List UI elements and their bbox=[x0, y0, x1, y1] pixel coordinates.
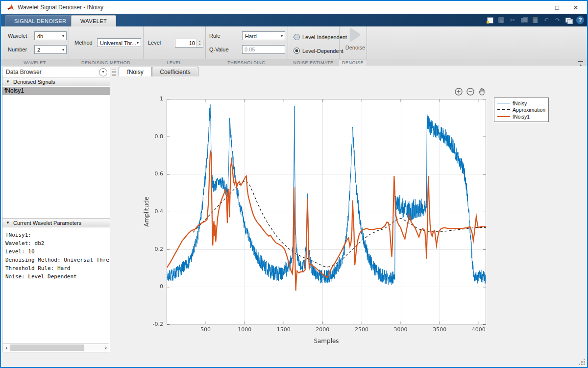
window-title: Wavelet Signal Denoiser - fNoisy bbox=[18, 4, 103, 11]
level-spinner[interactable]: ▲▼ bbox=[175, 38, 203, 47]
group-separator bbox=[205, 26, 206, 59]
rule-dropdown[interactable]: Hard▾ bbox=[242, 31, 285, 40]
section-denoising-method: DENOISING METHOD bbox=[69, 60, 143, 66]
signal-list-item-fnoisy1[interactable]: fNoisy1 bbox=[2, 87, 110, 95]
legend-item-fnoisy1: fNoisy1 bbox=[497, 113, 545, 120]
number-label: Number bbox=[8, 47, 27, 52]
chevron-down-icon: ▾ bbox=[281, 32, 283, 41]
wavelet-parameters-text: fNoisy1: Wavelet: db2 Level: 10 Denoisin… bbox=[5, 231, 109, 281]
rule-label: Rule bbox=[209, 33, 220, 39]
number-dropdown[interactable]: 2▾ bbox=[34, 45, 67, 54]
figure-panel: fNoisy Approximation fNoisy1 bbox=[117, 77, 587, 367]
legend-item-approximation: Approximation bbox=[497, 107, 545, 113]
method-dropdown[interactable]: Universal Thr...▾ bbox=[97, 38, 141, 47]
data-browser-title: Data Browser bbox=[6, 69, 42, 75]
collapse-triangle-icon: ▼ bbox=[6, 221, 10, 225]
ribbon-tab-strip: SIGNAL DENOISER WAVELET ✂ ↶ ↷ ? bbox=[1, 14, 587, 26]
group-separator bbox=[143, 26, 144, 59]
chevron-down-icon: ▾ bbox=[62, 46, 64, 54]
copy-icon[interactable] bbox=[520, 16, 528, 24]
scrollbar-thumb[interactable] bbox=[10, 344, 84, 351]
section-level: LEVEL bbox=[143, 60, 205, 66]
data-browser-header: Data Browser ▼ bbox=[2, 67, 110, 77]
legend-line-sample bbox=[497, 103, 510, 103]
level-label: Level bbox=[148, 40, 161, 46]
horizontal-scrollbar[interactable]: ‹ › bbox=[3, 343, 109, 351]
denoise-button[interactable]: Denoise bbox=[344, 28, 367, 50]
play-triangle-icon bbox=[350, 28, 360, 41]
maximize-button[interactable]: □ bbox=[550, 3, 564, 13]
collapse-ribbon-icon[interactable]: ▲ bbox=[577, 60, 584, 66]
scroll-right-icon[interactable]: › bbox=[102, 344, 109, 351]
wavelet-parameters-header[interactable]: ▼ Current Wavelet Parameters bbox=[2, 218, 110, 227]
tab-coefficients[interactable]: Coefficients bbox=[152, 67, 198, 76]
ribbon: Wavelet db▾ Number 2▾ Method Universal T… bbox=[1, 26, 587, 59]
zoom-out-icon[interactable] bbox=[466, 87, 475, 96]
matlab-logo-icon bbox=[7, 3, 15, 11]
chevron-down-icon: ▾ bbox=[137, 39, 139, 48]
wavelet-dropdown[interactable]: db▾ bbox=[34, 31, 67, 40]
collapse-triangle-icon: ▼ bbox=[6, 79, 10, 84]
method-label: Method bbox=[74, 40, 93, 46]
tab-wavelet[interactable]: WAVELET bbox=[71, 15, 116, 27]
panel-menu-icon[interactable]: ▼ bbox=[99, 68, 107, 76]
radio-level-dependent[interactable]: Level-Dependent bbox=[294, 46, 343, 55]
qvalue-label: Q-Value bbox=[209, 47, 229, 52]
legend-item-fnoisy: fNoisy bbox=[497, 100, 545, 106]
radio-icon bbox=[294, 34, 300, 40]
denoised-signals-header[interactable]: ▼ Denoised Signals bbox=[2, 77, 110, 86]
zoom-in-icon[interactable] bbox=[454, 87, 463, 96]
scroll-left-icon[interactable]: ‹ bbox=[3, 344, 10, 351]
chevron-down-icon: ▾ bbox=[62, 32, 64, 41]
pan-hand-icon[interactable] bbox=[478, 87, 487, 96]
radio-selected-icon bbox=[294, 48, 300, 54]
export-figure-icon[interactable] bbox=[486, 16, 494, 24]
group-separator bbox=[367, 26, 367, 59]
section-wavelet: WAVELET bbox=[1, 60, 69, 66]
help-icon[interactable]: ? bbox=[576, 16, 584, 24]
quick-access-toolbar: ✂ ↶ ↷ ? bbox=[486, 16, 584, 25]
qvalue-input[interactable] bbox=[242, 45, 285, 54]
spinner-up-icon: ▲ bbox=[199, 40, 201, 43]
group-separator bbox=[288, 26, 288, 59]
section-denoise: DENOISE bbox=[339, 60, 367, 66]
plot-legend[interactable]: fNoisy Approximation fNoisy1 bbox=[494, 98, 549, 122]
resize-grip[interactable] bbox=[579, 359, 585, 365]
group-separator bbox=[69, 26, 69, 59]
close-button[interactable]: ✕ bbox=[568, 3, 583, 13]
tab-signal-denoiser[interactable]: SIGNAL DENOISER bbox=[5, 15, 75, 27]
document-tab-strip: fNoisy Coefficients bbox=[117, 67, 587, 77]
section-noise-estimate: NOISE ESTIMATE bbox=[288, 60, 339, 66]
legend-dashed-sample bbox=[497, 109, 510, 110]
paste-icon[interactable] bbox=[531, 16, 539, 24]
window-layout-icon[interactable] bbox=[565, 16, 573, 24]
ribbon-section-strip: WAVELET DENOISING METHOD LEVEL THRESHOLD… bbox=[1, 59, 587, 66]
panel-splitter-handle[interactable] bbox=[112, 70, 116, 76]
legend-line-sample bbox=[497, 116, 510, 117]
title-bar: Wavelet Signal Denoiser - fNoisy □ ✕ bbox=[1, 1, 587, 14]
undo-icon[interactable]: ↶ bbox=[542, 16, 550, 24]
save-icon[interactable] bbox=[497, 16, 505, 24]
app-window: Wavelet Signal Denoiser - fNoisy □ ✕ SIG… bbox=[0, 0, 588, 368]
data-browser-panel: Data Browser ▼ ▼ Denoised Signals fNoisy… bbox=[2, 67, 110, 352]
wavelet-label: Wavelet bbox=[8, 33, 27, 39]
cut-icon[interactable]: ✂ bbox=[509, 16, 516, 24]
tab-fnoisy[interactable]: fNoisy bbox=[119, 67, 152, 76]
section-thresholding: THRESHOLDING bbox=[205, 60, 288, 66]
spinner-down-icon: ▼ bbox=[199, 43, 201, 46]
redo-icon[interactable]: ↷ bbox=[554, 16, 562, 24]
group-separator bbox=[339, 26, 340, 59]
